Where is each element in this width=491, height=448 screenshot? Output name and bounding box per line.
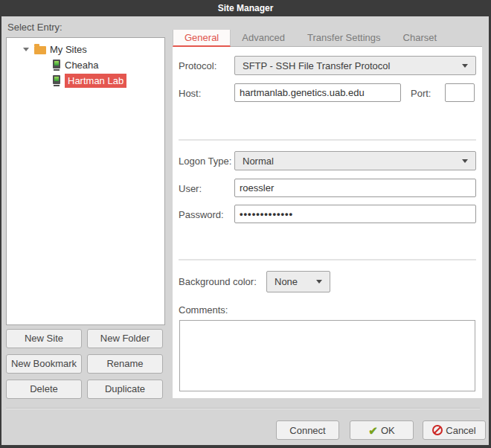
dropdown-caret-icon [462,159,468,163]
ok-button[interactable]: ✔ OK [350,420,414,440]
user-input[interactable] [234,179,476,197]
server-icon [53,75,60,84]
server-icon [53,60,60,68]
password-label: Password: [179,209,224,220]
connect-button[interactable]: Connect [276,420,339,440]
port-label: Port: [411,88,431,99]
protocol-label: Protocol: [179,60,216,71]
dropdown-caret-icon [462,64,468,68]
separator [179,259,476,260]
protocol-value: SFTP - SSH File Transfer Protocol [243,60,390,71]
tab-advanced[interactable]: Advanced [231,30,296,46]
tree-item-label: My Sites [50,44,87,55]
logon-type-label: Logon Type: [179,156,231,167]
host-input[interactable] [234,83,401,102]
logon-type-value: Normal [243,156,274,167]
check-icon: ✔ [368,425,378,436]
cancel-label: Cancel [446,425,475,436]
logon-type-select[interactable]: Normal [234,151,476,170]
comments-label: Comments: [179,304,228,316]
expander-down-icon[interactable] [23,48,29,51]
connect-label: Connect [289,425,325,436]
background-color-select[interactable]: None [266,271,330,292]
background-color-label: Background color: [179,276,257,287]
host-label: Host: [179,88,201,99]
cancel-prohibition-icon [432,425,443,435]
ok-label: OK [381,425,395,436]
background-color-value: None [275,276,298,287]
tree-item-label-selected: Hartman Lab [65,74,126,88]
dialog-content: Select Entry: My Sites Cheaha Hartman La… [1,16,489,445]
protocol-select[interactable]: SFTP - SSH File Transfer Protocol [234,56,476,75]
dropdown-caret-icon [316,280,322,284]
window-title: Site Manager [218,3,274,13]
delete-button[interactable]: Delete [6,380,82,399]
tab-general[interactable]: General [173,30,231,47]
new-site-button[interactable]: New Site [6,329,82,348]
tree-item-my-sites[interactable]: My Sites [7,42,164,57]
cancel-button[interactable]: Cancel [423,420,486,440]
tree-item-cheaha[interactable]: Cheaha [7,57,164,73]
duplicate-button[interactable]: Duplicate [87,380,163,399]
site-manager-dialog: Site Manager Select Entry: My Sites Chea… [0,0,491,448]
folder-icon [34,46,46,54]
port-input[interactable] [445,83,475,102]
tree-item-hartman-lab[interactable]: Hartman Lab [7,73,164,89]
site-tree: My Sites Cheaha Hartman Lab [6,37,165,325]
rename-button[interactable]: Rename [87,354,163,374]
user-label: User: [179,183,202,194]
titlebar[interactable]: Site Manager [0,0,491,16]
new-bookmark-button[interactable]: New Bookmark [6,354,82,374]
new-folder-button[interactable]: New Folder [87,329,163,348]
tab-transfer-settings[interactable]: Transfer Settings [296,30,392,46]
tree-item-label: Cheaha [65,60,99,71]
comments-textarea[interactable] [179,320,475,391]
tab-bar: General Advanced Transfer Settings Chars… [173,30,482,47]
select-entry-label: Select Entry: [7,22,62,33]
separator [179,139,476,141]
tab-charset[interactable]: Charset [392,30,449,46]
general-tab-page: Protocol: SFTP - SSH File Transfer Proto… [173,47,482,398]
password-input[interactable] [234,205,476,223]
footer-separator [6,408,480,409]
